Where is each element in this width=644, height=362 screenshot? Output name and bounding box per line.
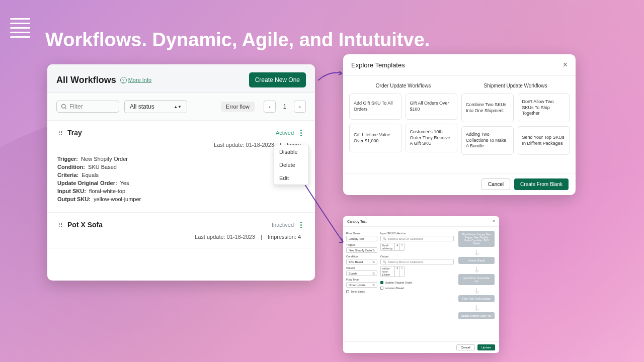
menu-delete[interactable]: Delete	[274, 158, 308, 171]
last-update: Last update: 01-18-2023	[214, 142, 274, 148]
template-card[interactable]: Add Gift SKU To All Orders	[349, 94, 401, 120]
workflow-card-potxsofa: Pot X Sofa Inactived Last update: 01-18-…	[47, 213, 315, 248]
timebased-checkbox[interactable]: Time Based	[346, 290, 377, 293]
input-sku-tag: floral-white-top 1 ×	[380, 243, 405, 251]
workflow-name: Pot X Sofa	[67, 221, 103, 229]
workflows-panel: All Workflows More Info Create New One F…	[47, 64, 315, 281]
remove-tag-icon[interactable]: ×	[400, 266, 404, 277]
workflow-editor-modal: Canopy Test × Flow Name Canopy Test Trig…	[343, 216, 499, 353]
next-page-button[interactable]: ›	[294, 101, 306, 113]
modal-title: Explore Templates	[351, 61, 405, 69]
criteria-select[interactable]: Equals⇅	[346, 270, 377, 276]
workflow-card-tray: Tray Actived Last update: 01-18-2023 | I…	[47, 121, 315, 213]
input-sku-search[interactable]: 🔍 Select a SKUs or Collections	[380, 236, 454, 241]
card-menu-button[interactable]	[297, 129, 305, 137]
editor-title: Canopy Test	[347, 220, 367, 223]
cancel-button[interactable]: Cancel	[481, 178, 510, 190]
card-menu-button[interactable]	[297, 221, 305, 229]
svg-point-4	[61, 131, 62, 132]
page-number: 1	[279, 101, 291, 113]
close-icon[interactable]: ×	[563, 60, 568, 69]
template-card[interactable]: Gift All Orders Over $100	[406, 94, 458, 120]
template-card[interactable]: Customer's 10th Order They Receive A Gif…	[406, 124, 458, 152]
decorative-lines	[10, 15, 30, 41]
svg-point-0	[62, 105, 66, 109]
svg-point-9	[59, 226, 60, 227]
prev-page-button[interactable]: ‹	[264, 101, 276, 113]
location-based-checkbox[interactable]: Location Based	[380, 287, 454, 290]
workflows-title: All Workflows	[56, 75, 116, 85]
card-menu-popup: Disable Delete Edit	[274, 145, 309, 185]
svg-point-1	[59, 131, 60, 132]
template-card[interactable]: Combine Two SKUs Into One Shipment	[461, 94, 514, 122]
template-card[interactable]: Gift Lifetime Value Over $1,000	[349, 124, 401, 152]
flow-name-input[interactable]: Canopy Test	[346, 236, 377, 241]
svg-point-5	[61, 132, 62, 133]
output-sku-search[interactable]: 🔍 Select a SKUs or Collections	[380, 259, 454, 264]
drag-icon[interactable]	[57, 222, 63, 228]
hero-title: Workflows. Dynamic, Agile, and Intutuitv…	[45, 29, 430, 51]
svg-point-2	[59, 132, 60, 133]
filter-input[interactable]: Filter	[56, 101, 119, 113]
cancel-button[interactable]: Cancel	[456, 344, 475, 350]
workflow-name: Tray	[67, 129, 82, 137]
svg-point-10	[61, 223, 62, 224]
condition-select[interactable]: SKU Based⇅	[346, 259, 377, 264]
output-sku-tag: yellow-wool-jumper 1 ×	[380, 266, 405, 277]
template-card[interactable]: Don't Allow Two SKUs To Ship Together	[518, 94, 570, 122]
last-update: Last update: 01-18-2023	[195, 234, 255, 240]
svg-point-6	[61, 134, 62, 135]
search-icon	[61, 104, 67, 110]
status-select[interactable]: All status▲▼	[124, 100, 187, 113]
status-badge: Inactived	[272, 222, 294, 228]
error-flow-button[interactable]: Error flow	[221, 102, 255, 112]
create-from-blank-button[interactable]: Create From Blank	[514, 178, 569, 190]
update-original-checkbox[interactable]: Update Original Order	[380, 281, 454, 284]
col1-title: Order Update Workflows	[349, 83, 457, 88]
svg-point-11	[61, 224, 62, 225]
update-button[interactable]: Update	[477, 344, 495, 350]
workflow-diagram: Flow Name: Canopy Test Trigger: New Shop…	[457, 230, 496, 338]
status-badge: Actived	[276, 130, 294, 136]
svg-point-8	[59, 224, 60, 225]
menu-disable[interactable]: Disable	[274, 145, 308, 158]
qty-stepper[interactable]: 1	[395, 266, 400, 277]
template-card[interactable]: Adding Two Collections To Make A Bundle	[461, 126, 514, 155]
impression: Impression: 4	[268, 234, 301, 240]
close-icon[interactable]: ×	[493, 219, 495, 224]
explore-templates-modal: Explore Templates × Order Update Workflo…	[343, 54, 576, 195]
trigger-select[interactable]: New Shopify Order⇅	[346, 247, 377, 253]
col2-title: Shipment Update Workflows	[461, 83, 570, 88]
remove-tag-icon[interactable]: ×	[400, 243, 404, 250]
qty-stepper[interactable]: 1	[395, 243, 400, 250]
menu-edit[interactable]: Edit	[274, 171, 308, 185]
drag-icon[interactable]	[57, 130, 63, 136]
flowtype-select[interactable]: Order Update⇅	[346, 282, 377, 288]
svg-point-12	[61, 226, 62, 227]
svg-point-7	[59, 223, 60, 224]
template-card[interactable]: Send Your Top SKUs In Diffrent Packages	[518, 126, 570, 155]
more-info-link[interactable]: More Info	[120, 77, 151, 83]
svg-point-3	[59, 134, 60, 135]
create-new-button[interactable]: Create New One	[249, 72, 306, 87]
